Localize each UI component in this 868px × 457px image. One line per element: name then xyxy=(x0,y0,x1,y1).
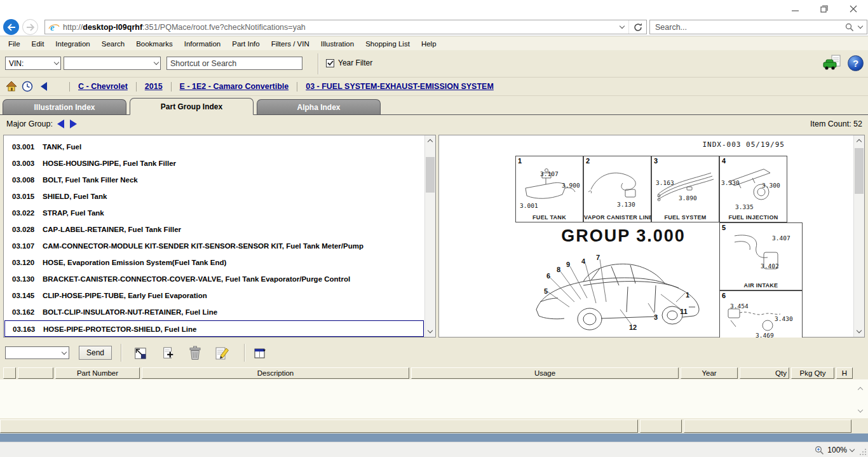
breadcrumb-year[interactable]: 2015 xyxy=(145,82,163,91)
major-group-next-button[interactable] xyxy=(70,119,77,128)
status-cells xyxy=(0,419,868,433)
send-button[interactable]: Send xyxy=(79,346,112,360)
menu-information[interactable]: Information xyxy=(179,40,227,48)
shortcut-search-input[interactable] xyxy=(166,57,302,70)
plate-box-fuel-tank[interactable]: 1 3.107 3.900 3.001 FUEL TANK xyxy=(515,156,583,222)
app-toolbar: VIN: Year Filter ? xyxy=(0,50,868,78)
column-header-description[interactable]: Description xyxy=(142,367,409,379)
part-group-row[interactable]: 03.162BOLT-CLIP-INSULATOR-NUT-RETAINER, … xyxy=(4,304,424,320)
resize-grip[interactable] xyxy=(860,449,866,455)
column-options-button[interactable] xyxy=(252,345,268,361)
app-window: e http://desktop-l09qrhf:351/PQMace/root… xyxy=(0,0,868,457)
action-select[interactable] xyxy=(5,346,69,359)
scrollbar-thumb[interactable] xyxy=(855,148,864,194)
chevron-up-icon xyxy=(428,139,433,144)
tab-alpha-index[interactable]: Alpha Index xyxy=(257,99,381,114)
scroll-up-button[interactable] xyxy=(854,135,864,146)
chevron-up-icon xyxy=(857,387,862,392)
help-button[interactable]: ? xyxy=(848,55,864,71)
plate-box-vapor-canister[interactable]: 2 3.130 VAPOR CANISTER LINES xyxy=(583,156,651,222)
scroll-down-button[interactable] xyxy=(854,326,864,337)
crumb-separator xyxy=(136,82,137,92)
menu-help[interactable]: Help xyxy=(416,40,442,48)
column-header-blank2[interactable] xyxy=(18,367,53,379)
resize-view-button[interactable] xyxy=(132,345,149,361)
column-header-usage[interactable]: Usage xyxy=(411,367,679,379)
add-item-button[interactable] xyxy=(160,345,177,361)
menu-search[interactable]: Search xyxy=(96,40,130,48)
breadcrumb-make[interactable]: C - Chevrolet xyxy=(78,82,128,91)
major-group-prev-button[interactable] xyxy=(57,119,64,128)
chevron-down-icon xyxy=(154,60,159,65)
part-group-row[interactable]: 03.015SHIELD, Fuel Tank xyxy=(4,188,424,205)
plate-box-air-intake[interactable]: 5 3.407 3.402 AIR INTAKE xyxy=(719,222,803,290)
part-group-row[interactable]: 03.028CAP-LABEL-RETAINER, Fuel Tank Fill… xyxy=(4,221,424,238)
tab-illustration-index[interactable]: Illustration Index xyxy=(3,99,126,114)
menu-edit[interactable]: Edit xyxy=(26,40,50,48)
home-button[interactable] xyxy=(6,81,17,93)
part-group-row[interactable]: 03.001TANK, Fuel xyxy=(4,139,424,155)
plate-box-fuel-injection[interactable]: 4 3.330 3.300 3.335 FUEL INJECTION xyxy=(719,156,787,222)
scrollbar-thumb[interactable] xyxy=(426,157,435,193)
vehicle-select[interactable] xyxy=(64,57,161,70)
part-group-code: 03.022 xyxy=(12,205,34,221)
zoom-control[interactable]: 100% xyxy=(815,444,854,456)
column-header-qty[interactable]: Qty xyxy=(740,367,789,379)
results-scrollbar[interactable] xyxy=(855,379,865,418)
part-group-row[interactable]: 03.120HOSE, Evaporation Emission System(… xyxy=(4,254,424,271)
year-filter-checkbox[interactable] xyxy=(326,59,334,67)
back-button[interactable] xyxy=(3,19,19,35)
breadcrumb-model[interactable]: E - 1E2 - Camaro Convertible xyxy=(180,82,289,91)
major-group-bar: Major Group: Item Count: 52 xyxy=(0,115,868,133)
part-group-row[interactable]: 03.145CLIP-HOSE-PIPE-TUBE, Early Fuel Ev… xyxy=(4,287,424,304)
chevron-down-icon xyxy=(857,407,862,413)
question-mark-icon: ? xyxy=(853,58,858,69)
plate-box-six[interactable]: 6 3.454 3.430 3.469 xyxy=(719,290,803,338)
illustration-scrollbar[interactable] xyxy=(853,135,864,337)
menu-filters-vin[interactable]: Filters / VIN xyxy=(266,40,315,48)
menu-shopping-list[interactable]: Shopping List xyxy=(360,40,416,48)
address-bar[interactable]: e http://desktop-l09qrhf:351/PQMace/root… xyxy=(44,20,647,34)
part-group-row[interactable]: 03.008BOLT, Fuel Tank Filler Neck xyxy=(4,172,424,188)
plate-box-fuel-system[interactable]: 3 3.163 3.890 FUEL SYSTEM xyxy=(651,156,719,222)
part-label: 3.454 xyxy=(730,303,749,310)
refresh-icon xyxy=(634,23,642,32)
part-group-row[interactable]: 03.130BRACKET-CANISTER-CONNECTOR-COVER-V… xyxy=(4,271,424,287)
tab-part-group-index[interactable]: Part Group Index xyxy=(130,98,254,115)
part-list-scrollbar[interactable] xyxy=(424,135,435,337)
vehicle-report-button[interactable] xyxy=(822,55,843,71)
clock-icon xyxy=(22,81,33,92)
vin-select[interactable]: VIN: xyxy=(5,57,61,70)
breadcrumb-back-button[interactable] xyxy=(41,82,47,91)
part-group-row[interactable]: 03.003HOSE-HOUSING-PIPE, Fuel Tank Fille… xyxy=(4,155,424,172)
address-dropdown-button[interactable] xyxy=(616,26,628,28)
part-group-code: 03.107 xyxy=(12,238,34,254)
minimize-icon xyxy=(792,6,799,13)
part-group-row-selected[interactable]: 03.163HOSE-PIPE-PROTECTOR-SHIELD, Fuel L… xyxy=(4,320,424,337)
maximize-button[interactable] xyxy=(810,0,839,18)
menu-part-info[interactable]: Part Info xyxy=(226,40,265,48)
part-group-row[interactable]: 03.107CAM-CONNECTOR-MODULE KIT-SENDER KI… xyxy=(4,238,424,254)
breadcrumb-group[interactable]: 03 - FUEL SYSTEM-EXHAUST-EMISSION SYSTEM xyxy=(306,82,494,91)
history-button[interactable] xyxy=(22,81,33,94)
scroll-down-button[interactable] xyxy=(425,326,435,337)
refresh-button[interactable] xyxy=(628,20,646,34)
column-header-pkg-qty[interactable]: Pkg Qty xyxy=(791,367,834,379)
menu-bookmarks[interactable]: Bookmarks xyxy=(130,40,179,48)
menu-integration[interactable]: Integration xyxy=(50,40,95,48)
column-header-h[interactable]: H xyxy=(836,367,853,379)
close-button[interactable] xyxy=(839,0,868,18)
column-header-year[interactable]: Year xyxy=(681,367,738,379)
forward-button[interactable] xyxy=(22,19,38,35)
delete-button[interactable] xyxy=(187,345,203,361)
column-header-part-number[interactable]: Part Number xyxy=(55,367,140,379)
part-group-row[interactable]: 03.022STRAP, Fuel Tank xyxy=(4,205,424,221)
search-dropdown-button[interactable] xyxy=(854,26,867,28)
scroll-up-button[interactable] xyxy=(425,135,435,146)
menu-file[interactable]: File xyxy=(3,40,26,48)
browser-search-box[interactable]: Search... xyxy=(649,20,867,34)
edit-note-button[interactable] xyxy=(214,345,230,361)
minimize-button[interactable] xyxy=(780,0,810,18)
menu-illustration[interactable]: Illustration xyxy=(315,40,360,48)
column-header-blank1[interactable] xyxy=(3,367,16,379)
